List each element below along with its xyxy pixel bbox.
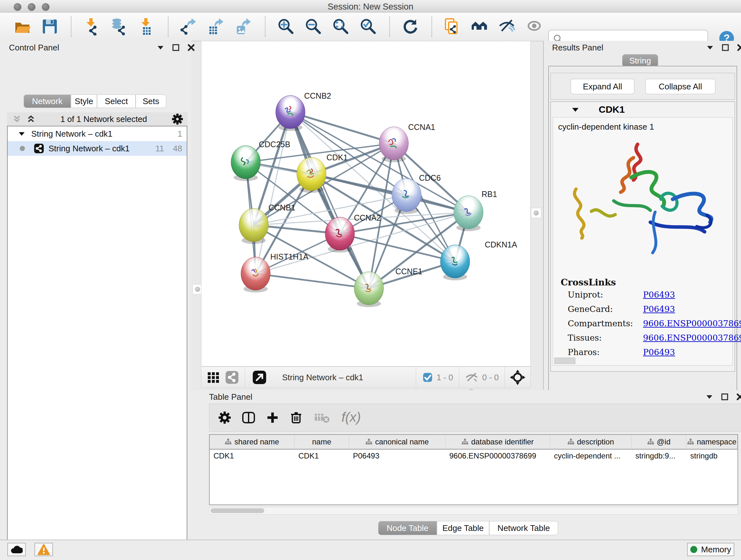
network-share-icon[interactable]: [225, 370, 239, 384]
cell-@id[interactable]: stringdb:9...: [631, 449, 686, 462]
column-header-name[interactable]: name: [294, 435, 349, 449]
column-header-canonical-name[interactable]: canonical name: [349, 435, 446, 449]
table-hscrollbar-thumb[interactable]: [211, 508, 264, 513]
collection-expander-icon[interactable]: [18, 132, 25, 136]
detach-view-icon[interactable]: [252, 370, 267, 385]
column-header-description[interactable]: description: [550, 435, 631, 449]
column-type-icon: [647, 438, 654, 445]
hide-selected-icon: [498, 17, 516, 36]
crosslink-link[interactable]: 9606.ENSP00000378699: [643, 333, 741, 343]
node-RB1[interactable]: RB1: [454, 190, 497, 231]
protein-section-header[interactable]: CDK1: [551, 102, 735, 117]
column-header-@id[interactable]: @id: [631, 435, 686, 449]
column-header-database-identifier[interactable]: database identifier: [446, 435, 550, 449]
tab-select[interactable]: Select: [97, 95, 136, 108]
function-builder-icon[interactable]: f(x): [340, 410, 368, 426]
export-network-button[interactable]: [180, 17, 198, 36]
hide-selected-button[interactable]: [498, 17, 516, 36]
panel-menu-icon[interactable]: [706, 395, 713, 399]
collapse-all-chevron-icon[interactable]: [12, 114, 22, 124]
results-hscroll-thumb[interactable]: [554, 358, 576, 364]
network-list-toolbar: 1 of 1 Network selected: [7, 112, 188, 126]
node-table[interactable]: shared namenamecanonical namedatabase id…: [209, 434, 738, 505]
column-header-shared-name[interactable]: shared name: [210, 435, 294, 449]
cell-shared-name[interactable]: CDK1: [210, 449, 294, 462]
crosslink-link[interactable]: P06493: [643, 290, 675, 300]
import-network-database-button[interactable]: [111, 17, 128, 36]
node-CCNB2[interactable]: CCNB2: [276, 91, 331, 131]
crosslink-link[interactable]: P06493: [643, 304, 675, 314]
collapse-all-button[interactable]: Collapse All: [645, 79, 716, 94]
crosslink-link[interactable]: 9606.ENSP00000378699: [643, 319, 741, 328]
node-HIST1H1A[interactable]: HIST1H1A: [241, 252, 309, 293]
zoom-out-button[interactable]: [305, 17, 322, 36]
import-network-file-button[interactable]: [83, 17, 101, 36]
edge-count: 48: [173, 144, 182, 153]
table-row[interactable]: CDK1CDK1P064939606.ENSP00000378699cyclin…: [210, 449, 738, 462]
tab-sets[interactable]: Sets: [136, 95, 166, 108]
network-options-gear-icon[interactable]: [172, 113, 183, 125]
panel-menu-icon[interactable]: [157, 45, 164, 50]
node-CDK1[interactable]: CDK1: [297, 153, 348, 193]
clone-network-button[interactable]: [444, 17, 461, 36]
float-panel-icon[interactable]: [722, 44, 729, 51]
selected-checkbox-icon[interactable]: [422, 372, 433, 382]
cell-namespace[interactable]: stringdb: [686, 449, 738, 462]
pan-target-icon[interactable]: [509, 369, 526, 386]
table-hscrollbar[interactable]: [209, 507, 738, 515]
tab-network[interactable]: Network: [23, 95, 71, 108]
open-folder-button[interactable]: [13, 17, 31, 36]
node-label-CDK1: CDK1: [327, 153, 348, 162]
panel-menu-icon[interactable]: [706, 45, 714, 50]
tab-node-table[interactable]: Node Table: [378, 521, 437, 535]
add-column-icon[interactable]: [266, 411, 280, 425]
cell-database-identifier[interactable]: 9606.ENSP00000378699: [446, 449, 550, 462]
float-panel-icon[interactable]: [172, 44, 179, 51]
close-panel-icon[interactable]: [737, 44, 741, 51]
collection-label: String Network – cdk1: [31, 129, 112, 139]
float-panel-icon[interactable]: [721, 393, 728, 400]
node-CDKN1A[interactable]: CDKN1A: [441, 240, 517, 280]
zoom-in-button[interactable]: [277, 17, 295, 36]
right-splitter-handle[interactable]: [531, 208, 541, 218]
zoom-fit-button[interactable]: [332, 17, 350, 36]
column-header-namespace[interactable]: namespace: [686, 435, 738, 449]
export-table-button[interactable]: [207, 17, 225, 36]
edge-CCNB2-CCNA1[interactable]: [290, 112, 394, 143]
tab-edge-table[interactable]: Edge Table: [437, 521, 489, 535]
edge-CCNB2-CCNE1[interactable]: [290, 112, 369, 288]
delete-column-icon[interactable]: [289, 411, 303, 425]
memory-button[interactable]: Memory: [687, 543, 734, 556]
first-neighbors-button[interactable]: [471, 17, 489, 36]
network-canvas[interactable]: CCNB2CCNA1CDC25BCDK1CDC6RB1CCNB1CCNA2HIS…: [201, 41, 531, 367]
show-all-button[interactable]: [526, 17, 544, 36]
close-panel-icon[interactable]: [737, 393, 741, 400]
cell-canonical-name[interactable]: P06493: [349, 449, 446, 462]
show-columns-icon[interactable]: [241, 410, 256, 425]
cell-name[interactable]: CDK1: [294, 449, 349, 462]
zoom-selected-button[interactable]: [359, 17, 377, 36]
cloud-status-button[interactable]: [7, 543, 26, 556]
delete-table-icon[interactable]: [314, 411, 331, 424]
expand-all-chevron-icon[interactable]: [26, 114, 36, 124]
hidden-eye-icon[interactable]: [465, 372, 478, 383]
export-image-button[interactable]: [235, 17, 253, 36]
column-type-icon: [567, 438, 575, 445]
network-collection-row[interactable]: String Network – cdk1 1: [8, 126, 187, 141]
tab-network-table[interactable]: Network Table: [489, 521, 558, 535]
save-session-button[interactable]: [41, 17, 59, 36]
edge-HIST1H1A-CCNE1[interactable]: [256, 273, 369, 288]
grid-view-icon[interactable]: [206, 370, 220, 384]
tab-string[interactable]: String: [622, 54, 658, 67]
expand-all-button[interactable]: Expand All: [570, 79, 634, 94]
warning-status-button[interactable]: [35, 543, 53, 556]
table-options-gear-icon[interactable]: [218, 411, 232, 425]
section-expander-icon[interactable]: [572, 107, 579, 112]
cell-description[interactable]: cyclin-dependent ...: [550, 449, 631, 462]
crosslink-link[interactable]: P06493: [643, 348, 675, 357]
refresh-button[interactable]: [401, 17, 419, 36]
import-table-button[interactable]: [138, 17, 156, 36]
close-panel-icon[interactable]: [188, 44, 195, 51]
tab-style[interactable]: Style: [71, 95, 97, 108]
network-row[interactable]: String Network – cdk1 11 48: [8, 141, 187, 156]
